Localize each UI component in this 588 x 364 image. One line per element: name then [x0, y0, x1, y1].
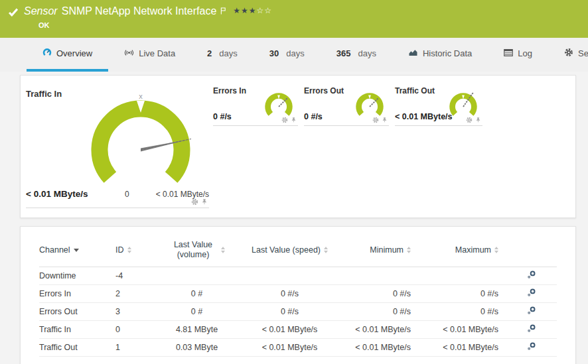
- tab-settings[interactable]: Settings: [548, 38, 588, 72]
- edit-channel-icon[interactable]: [527, 306, 536, 315]
- column-header-minimum[interactable]: Minimum: [341, 245, 411, 255]
- column-header-maximum[interactable]: Maximum: [411, 245, 498, 255]
- gauge-errors-out: Errors Out 0 #/s: [304, 85, 389, 126]
- minimum-value: 0 #/s: [341, 307, 411, 316]
- gear-icon: [564, 48, 573, 59]
- gauge-current-value: 0 #/s: [213, 112, 232, 121]
- last-value-volume: 0.03 MByte: [155, 343, 238, 352]
- last-value-speed: < 0.01 MByte/s: [238, 325, 341, 334]
- gauge-settings-gear-icon[interactable]: [466, 117, 473, 123]
- gauge-traffic-in: Traffic In x < 0.01 MByte/s 0 < 0.01 MBy…: [21, 84, 213, 216]
- channels-table-panel: Channel ID Last Value (volume) Last Valu…: [20, 226, 576, 364]
- last-value-volume: 0 #: [155, 307, 238, 316]
- tab-label: Settings: [578, 48, 588, 58]
- gauge-pin-icon[interactable]: [291, 117, 297, 123]
- maximum-value: < 0.01 MByte/s: [411, 325, 498, 334]
- priority-stars[interactable]: ★★★☆☆: [233, 6, 272, 15]
- last-value-speed: < 0.01 MByte/s: [238, 343, 341, 352]
- gauge-title: Traffic Out: [395, 86, 435, 95]
- gauge-title: Errors In: [213, 86, 246, 95]
- tab-bar: Overview Live Data 2days 30days 365days …: [0, 38, 588, 72]
- tab-label: Overview: [56, 48, 92, 58]
- column-header-label: Maximum: [455, 245, 491, 255]
- table-row-traffic-in[interactable]: Traffic In 0 4.81 MByte < 0.01 MByte/s <…: [39, 321, 557, 339]
- tab-label: days: [286, 48, 304, 58]
- channel-name: Traffic In: [39, 325, 115, 334]
- gauge-pin-icon[interactable]: [201, 198, 208, 206]
- gauge-title: Errors Out: [304, 86, 344, 95]
- tab-label: Historic Data: [423, 48, 472, 58]
- channel-id: 3: [115, 307, 155, 316]
- table-header-row: Channel ID Last Value (volume) Last Valu…: [39, 235, 557, 267]
- ok-check-icon: [8, 7, 19, 19]
- edit-channel-icon[interactable]: [527, 342, 536, 351]
- column-header-channel[interactable]: Channel: [39, 245, 115, 255]
- stars-empty: ☆☆: [257, 6, 273, 15]
- column-header-last-value-speed[interactable]: Last Value (speed): [238, 245, 341, 255]
- gauge-axis-marker: x: [139, 92, 143, 100]
- column-header-label: Channel: [39, 245, 70, 255]
- gauge-current-value: 0 #/s: [304, 112, 323, 121]
- last-value-speed: 0 #/s: [238, 289, 341, 298]
- tab-365-days[interactable]: 365days: [321, 38, 392, 72]
- last-value-speed: 0 #/s: [238, 307, 341, 316]
- channel-id: -4: [115, 271, 155, 280]
- gauge-pin-icon[interactable]: [382, 117, 388, 123]
- tab-live-data[interactable]: Live Data: [108, 38, 191, 72]
- last-value-volume: 0 #: [155, 289, 238, 298]
- gauge-min-label: 0: [125, 190, 129, 199]
- stars-filled: ★★★: [233, 6, 256, 15]
- edit-channel-icon[interactable]: [527, 271, 536, 279]
- sort-icon: [494, 247, 498, 253]
- maximum-value: 0 #/s: [411, 307, 498, 316]
- minimum-value: 0 #/s: [341, 289, 411, 298]
- edit-channel-icon[interactable]: [527, 288, 536, 297]
- gauge-icon: [42, 48, 52, 59]
- column-header-label: Last Value (speed): [252, 245, 321, 255]
- tab-overview[interactable]: Overview: [27, 38, 108, 72]
- tab-label: days: [219, 48, 237, 58]
- gauge-traffic-out: Traffic Out < 0.01 MByte/s: [395, 85, 482, 126]
- gauge-settings-gear-icon[interactable]: [281, 117, 288, 123]
- gauge-settings-gear-icon[interactable]: [191, 198, 198, 206]
- sort-desc-icon: [74, 249, 79, 252]
- status-badge: OK: [38, 21, 580, 29]
- gauge-errors-in: Errors In 0 #/s: [213, 85, 298, 126]
- maximum-value: 0 #/s: [411, 289, 498, 298]
- column-header-id[interactable]: ID: [115, 245, 155, 255]
- tab-30-days[interactable]: 30days: [254, 38, 321, 72]
- chart-icon: [408, 48, 418, 58]
- minimum-value: < 0.01 MByte/s: [341, 325, 411, 334]
- object-type-label: Sensor: [24, 5, 58, 17]
- maximum-value: < 0.01 MByte/s: [411, 343, 498, 352]
- column-header-last-value-volume[interactable]: Last Value (volume): [155, 240, 238, 260]
- column-header-label: ID: [115, 245, 124, 255]
- log-icon: [504, 48, 513, 58]
- sort-icon: [127, 247, 131, 253]
- table-row-traffic-out[interactable]: Traffic Out 1 0.03 MByte < 0.01 MByte/s …: [39, 339, 557, 357]
- tab-label: Log: [518, 48, 532, 58]
- tab-2-days[interactable]: 2days: [191, 38, 254, 72]
- tab-number: 2: [207, 48, 212, 58]
- channel-id: 1: [115, 343, 155, 352]
- minimum-value: < 0.01 MByte/s: [341, 343, 411, 352]
- channel-id: 0: [115, 325, 155, 334]
- gauge-settings-gear-icon[interactable]: [372, 117, 379, 123]
- tab-log[interactable]: Log: [488, 38, 548, 72]
- flag-icon: [220, 5, 226, 17]
- edit-channel-icon[interactable]: [527, 324, 536, 333]
- channel-name: Errors In: [39, 289, 115, 298]
- column-header-label: Last Value (volume): [169, 240, 218, 260]
- tab-number: 30: [269, 48, 279, 58]
- tab-historic-data[interactable]: Historic Data: [392, 38, 488, 72]
- gauges-panel: Traffic In x < 0.01 MByte/s 0 < 0.01 MBy…: [20, 75, 576, 218]
- traffic-in-gauge-dial: x: [84, 91, 197, 199]
- gauge-max-label: < 0.01 MByte/s: [156, 190, 209, 199]
- table-row-errors-in[interactable]: Errors In 2 0 # 0 #/s 0 #/s 0 #/s: [39, 285, 557, 303]
- sort-icon: [324, 247, 328, 253]
- live-signal-icon: [124, 48, 134, 59]
- channel-name: Traffic Out: [39, 343, 115, 352]
- table-row-downtime[interactable]: Downtime -4: [39, 267, 557, 285]
- table-row-errors-out[interactable]: Errors Out 3 0 # 0 #/s 0 #/s 0 #/s: [39, 303, 557, 321]
- gauge-pin-icon[interactable]: [475, 117, 481, 123]
